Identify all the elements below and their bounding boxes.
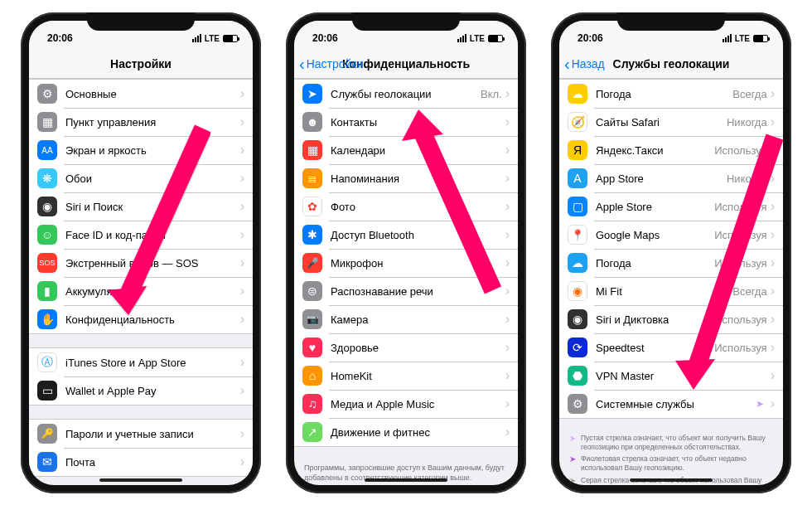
- settings-row[interactable]: 🧭Сайты SafariНикогда›: [559, 108, 783, 136]
- apple-store-icon: ▢: [568, 197, 587, 216]
- row-label: Wallet и Apple Pay: [65, 385, 240, 397]
- settings-row[interactable]: ☻Контакты›: [294, 108, 518, 136]
- конфиденциальность-icon: ✋: [37, 309, 57, 329]
- homekit-icon: ⌂: [302, 366, 322, 386]
- службы-геолокации-icon: ➤: [302, 84, 322, 104]
- row-label: Google Maps: [596, 229, 714, 241]
- settings-row[interactable]: ✋Конфиденциальность›: [29, 305, 253, 333]
- chevron-right-icon: ›: [240, 171, 244, 186]
- chevron-right-icon: ›: [771, 312, 775, 327]
- settings-row[interactable]: ⚙︎Основные›: [29, 80, 253, 108]
- chevron-right-icon: ›: [505, 340, 510, 355]
- settings-row[interactable]: ⒶiTunes Store и App Store›: [29, 348, 253, 376]
- settings-row[interactable]: ◉Mi Fit➤Всегда›: [559, 277, 783, 305]
- chevron-right-icon: ›: [505, 199, 510, 214]
- settings-row[interactable]: ЯЯндекс.ТаксиИспользуя›: [559, 136, 783, 164]
- системные-службы-icon: ⚙︎: [568, 394, 587, 414]
- status-right: LTE: [192, 34, 238, 43]
- settings-row[interactable]: 🔑Пароли и учетные записи›: [29, 420, 253, 448]
- chevron-right-icon: ›: [505, 86, 510, 101]
- settings-row[interactable]: ✱Доступ Bluetooth›: [294, 221, 518, 249]
- settings-row[interactable]: ▦Календари›: [294, 136, 518, 164]
- row-value: Всегда: [732, 88, 766, 100]
- settings-row[interactable]: ❋Обои›: [29, 164, 253, 192]
- row-label: Медиа и Apple Music: [331, 398, 505, 410]
- settings-row[interactable]: ▭Wallet и Apple Pay›: [29, 376, 253, 405]
- chevron-right-icon: ›: [505, 284, 510, 299]
- row-label: Экран и яркость: [65, 144, 240, 157]
- settings-row[interactable]: ⟳SpeedtestИспользуя›: [559, 333, 783, 362]
- settings-list[interactable]: ⚙︎Основные›▦Пункт управления›AAЭкран и я…: [29, 79, 253, 485]
- settings-row[interactable]: 📷Камера›: [294, 305, 518, 333]
- row-label: Здоровье: [331, 342, 505, 354]
- carrier-label: LTE: [470, 34, 485, 43]
- яндекс-такси-icon: Я: [568, 140, 587, 160]
- row-value: Вкл.: [481, 88, 502, 100]
- сайты-safari-icon: 🧭: [568, 112, 587, 132]
- back-button[interactable]: ‹ Настройки: [299, 49, 363, 78]
- settings-row[interactable]: ☁︎ПогодаИспользуя›: [559, 249, 783, 277]
- settings-group: 🔑Пароли и учетные записи›✉︎Почта›: [29, 419, 253, 477]
- settings-row[interactable]: ⚙︎Системные службы➤›: [559, 390, 783, 418]
- row-label: Камера: [331, 313, 505, 326]
- settings-row[interactable]: ➤Службы геолокацииВкл.›: [294, 80, 518, 108]
- settings-row[interactable]: SOSЭкстренный вызов — SOS›: [29, 249, 253, 277]
- app-store-icon: A: [568, 168, 587, 188]
- напоминания-icon: ≣: [302, 168, 322, 188]
- row-label: Пароли и учетные записи: [65, 428, 240, 440]
- settings-row[interactable]: AAЭкран и яркость›: [29, 136, 253, 164]
- location-services-list[interactable]: ☁︎ПогодаВсегда›🧭Сайты SafariНикогда›ЯЯнд…: [559, 79, 783, 485]
- settings-row[interactable]: ✿Фото›: [294, 192, 518, 221]
- back-button[interactable]: ‹ Назад: [564, 49, 605, 78]
- legend-row: ➤Пустая стрелка означает, что объект мог…: [559, 432, 783, 453]
- аккумулято-icon: ▮: [37, 281, 57, 301]
- row-label: Почта: [65, 456, 240, 469]
- settings-row[interactable]: ◉Siri и ДиктовкаИспользуя›: [559, 305, 783, 333]
- chevron-right-icon: ›: [505, 368, 510, 383]
- row-label: Mi Fit: [596, 285, 721, 298]
- settings-row[interactable]: ▦Пункт управления›: [29, 108, 253, 136]
- row-label: Основные: [65, 88, 240, 100]
- row-label: Движение и фитнес: [331, 426, 505, 439]
- settings-row[interactable]: ▢Apple StoreИспользуя›: [559, 192, 783, 221]
- signal-icon: [457, 34, 466, 42]
- settings-row[interactable]: ♫Медиа и Apple Music›: [294, 390, 518, 418]
- notch: [87, 12, 195, 31]
- chevron-right-icon: ›: [771, 340, 775, 355]
- settings-row[interactable]: ↗︎Движение и фитнес›: [294, 418, 518, 446]
- navbar: ‹ Настройки Конфиденциальность: [294, 49, 518, 79]
- navbar: ‹ Назад Службы геолокации: [559, 49, 783, 79]
- settings-row[interactable]: ✉︎Почта›: [29, 448, 253, 476]
- chevron-right-icon: ›: [240, 355, 244, 370]
- settings-row[interactable]: 🎤Микрофон›: [294, 249, 518, 277]
- chevron-right-icon: ›: [505, 425, 510, 439]
- settings-row[interactable]: ⬣VPN Master›: [559, 362, 783, 390]
- row-label: Фото: [331, 201, 505, 213]
- settings-row[interactable]: ◉Siri и Поиск›: [29, 192, 253, 221]
- google-maps-icon: 📍: [568, 225, 587, 245]
- legend-arrow-icon: ➤: [569, 434, 576, 451]
- settings-group: ⒶiTunes Store и App Store›▭Wallet и Appl…: [29, 347, 253, 405]
- row-label: VPN Master: [596, 370, 767, 382]
- chevron-right-icon: ›: [771, 255, 775, 270]
- settings-row[interactable]: ♥︎Здоровье›: [294, 333, 518, 362]
- privacy-list[interactable]: ➤Службы геолокацииВкл.›☻Контакты›▦Календ…: [294, 79, 518, 485]
- календари-icon: ▦: [302, 140, 322, 160]
- settings-row[interactable]: 📍Google MapsИспользуя›: [559, 221, 783, 249]
- settings-row[interactable]: ⊜Распознавание речи›: [294, 277, 518, 305]
- status-time: 20:06: [578, 32, 603, 44]
- vpn-master-icon: ⬣: [568, 366, 587, 386]
- home-indicator: [630, 478, 713, 482]
- row-label: Пункт управления: [65, 116, 240, 129]
- siri-и-поиск-icon: ◉: [37, 197, 57, 216]
- settings-row[interactable]: ☁︎ПогодаВсегда›: [559, 80, 783, 108]
- chevron-right-icon: ›: [240, 312, 244, 327]
- settings-row[interactable]: ⌂HomeKit›: [294, 362, 518, 390]
- settings-row[interactable]: ☺︎Face ID и код-парол›: [29, 221, 253, 249]
- settings-row[interactable]: ≣Напоминания›: [294, 164, 518, 192]
- row-label: Службы геолокации: [331, 88, 481, 100]
- chevron-right-icon: ›: [240, 255, 244, 270]
- chevron-right-icon: ›: [771, 86, 775, 101]
- settings-row[interactable]: AApp StoreНикогда›: [559, 164, 783, 192]
- settings-row[interactable]: ▮Аккумулято›: [29, 277, 253, 305]
